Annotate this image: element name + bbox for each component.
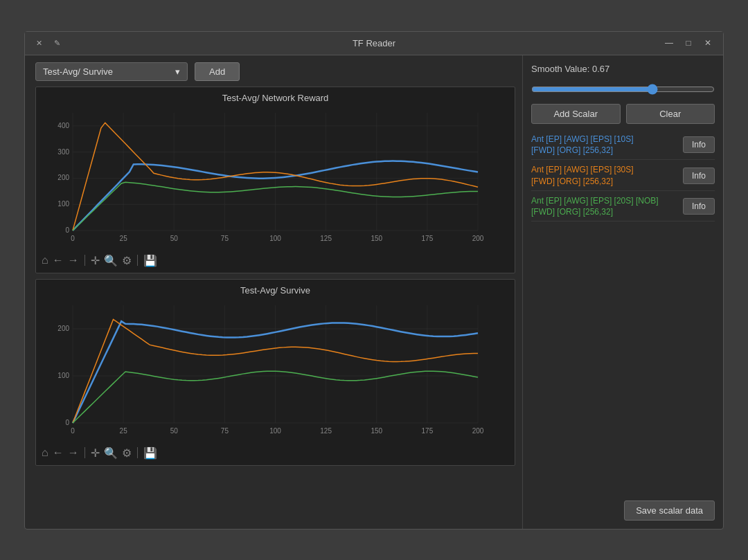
chart2-area [42,298,509,444]
chart2-sep1 [84,447,85,458]
chart2-title: Test-Avg/ Survive [42,285,509,296]
dropdown-value: Test-Avg/ Survive [43,66,113,77]
chart1-title: Test-Avg/ Network Reward [42,93,509,103]
smooth-label: Smooth Value: 0.67 [531,64,715,74]
chart1-canvas [42,106,485,251]
main-content: Test-Avg/ Survive ▾ Add Test-Avg/ Networ… [25,55,723,529]
add-scalar-button[interactable]: Add Scalar [531,104,621,124]
window-title: TF Reader [353,38,395,48]
scalar-list: Ant [EP] [AWG] [EPS] [10S][FWD] [ORG] [2… [531,131,715,494]
chevron-down-icon: ▾ [175,66,180,77]
titlebar-left-icons: ✕ ✎ [32,36,64,50]
chart-network-reward: Test-Avg/ Network Reward ⌂ ← → ✛ 🔍 ⚙ 💾 [35,87,515,273]
chart1-move-icon[interactable]: ✛ [91,254,100,267]
scalar-name-2: Ant [EP] [AWG] [EPS] [20S] [NOB][FWD] [O… [531,195,683,219]
chart2-home-icon[interactable]: ⌂ [42,446,48,459]
chart1-area [42,106,509,251]
top-toolbar: Test-Avg/ Survive ▾ Add [35,62,515,81]
chart2-zoom-icon[interactable]: 🔍 [104,446,118,460]
info-button-1[interactable]: Info [683,168,715,184]
chart2-move-icon[interactable]: ✛ [91,446,100,460]
chart1-back-icon[interactable]: ← [53,254,64,267]
window-controls: — □ ✕ [661,36,716,50]
x-icon[interactable]: ✕ [32,36,46,50]
scalar-name-1: Ant [EP] [AWG] [EPS] [30S][FWD] [ORG] [2… [531,164,683,188]
chart2-toolbar: ⌂ ← → ✛ 🔍 ⚙ 💾 [42,446,509,460]
info-button-2[interactable]: Info [683,198,715,215]
close-button[interactable]: ✕ [700,36,716,50]
smooth-slider[interactable] [531,84,715,95]
titlebar: ✕ ✎ TF Reader — □ ✕ [25,32,723,55]
right-panel: Smooth Value: 0.67 Add Scalar Clear Ant … [522,55,723,529]
add-button[interactable]: Add [195,62,240,81]
maximize-button[interactable]: □ [680,36,697,50]
chart2-save-icon[interactable]: 💾 [143,446,157,460]
save-row: Save scalar data [531,500,715,521]
chart1-settings-icon[interactable]: ⚙ [122,254,132,267]
scalar-dropdown[interactable]: Test-Avg/ Survive ▾ [35,62,188,81]
scalar-item-0: Ant [EP] [AWG] [EPS] [10S][FWD] [ORG] [2… [531,131,715,161]
info-button-0[interactable]: Info [683,136,715,153]
chart1-sep1 [84,255,85,266]
save-scalar-button[interactable]: Save scalar data [624,500,715,521]
action-buttons: Add Scalar Clear [531,104,715,124]
chart2-settings-icon[interactable]: ⚙ [122,446,132,460]
app-window: ✕ ✎ TF Reader — □ ✕ Test-Avg/ Survive ▾ … [24,31,724,530]
chart1-sep2 [137,255,138,266]
scalar-item-2: Ant [EP] [AWG] [EPS] [20S] [NOB][FWD] [O… [531,192,715,222]
left-panel: Test-Avg/ Survive ▾ Add Test-Avg/ Networ… [25,55,522,529]
minimize-button[interactable]: — [661,36,677,50]
chart2-forward-icon[interactable]: → [68,446,79,459]
chart1-forward-icon[interactable]: → [68,254,79,267]
chart2-sep2 [137,447,138,458]
chart-survive: Test-Avg/ Survive ⌂ ← → ✛ 🔍 ⚙ 💾 [35,279,515,466]
chart1-toolbar: ⌂ ← → ✛ 🔍 ⚙ 💾 [42,254,509,267]
chart2-canvas [42,298,485,444]
chart1-home-icon[interactable]: ⌂ [42,254,48,267]
clear-button[interactable]: Clear [626,104,715,124]
chart1-save-icon[interactable]: 💾 [143,254,157,267]
smooth-slider-container [531,84,715,97]
scalar-name-0: Ant [EP] [AWG] [EPS] [10S][FWD] [ORG] [2… [531,134,683,157]
chart1-zoom-icon[interactable]: 🔍 [104,254,118,267]
scalar-item-1: Ant [EP] [AWG] [EPS] [30S][FWD] [ORG] [2… [531,161,715,191]
chart2-back-icon[interactable]: ← [53,446,64,459]
pen-icon[interactable]: ✎ [50,36,64,50]
